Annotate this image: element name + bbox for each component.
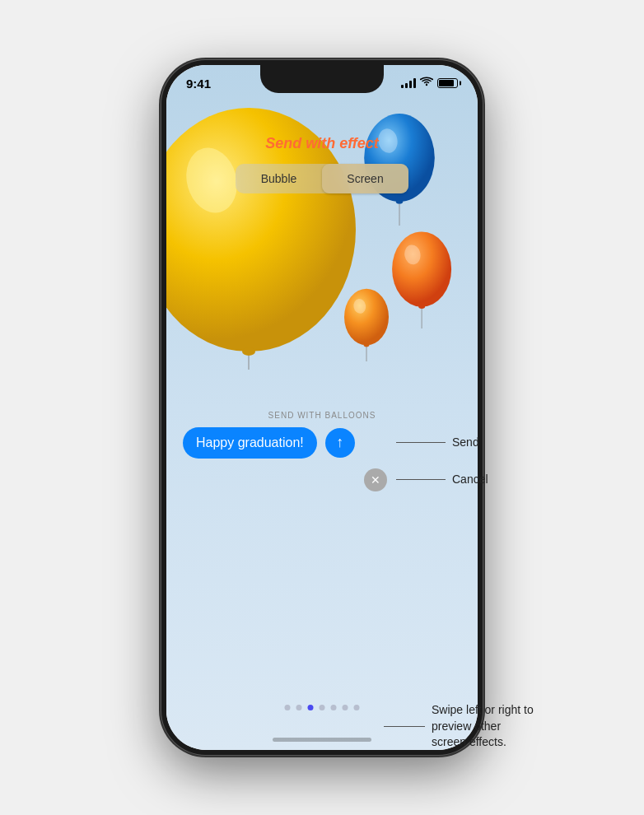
cancel-button[interactable]: ✕ (364, 468, 387, 491)
page-dot-5 (331, 705, 337, 710)
iphone-inner: 9:41 (166, 65, 478, 750)
page-dot-6 (343, 705, 348, 710)
callout-cancel-text: Cancel (452, 472, 488, 488)
page-wrapper: 9:41 (0, 0, 644, 815)
tab-screen[interactable]: Screen (322, 164, 408, 193)
callout-send-text: Send (452, 435, 479, 451)
send-effect-title: Send with effect (265, 135, 379, 152)
callout-swipe-line (384, 726, 425, 727)
home-indicator (273, 738, 371, 742)
callout-cancel: Cancel (396, 472, 488, 488)
svg-point-3 (242, 347, 255, 356)
svg-point-9 (392, 231, 451, 306)
message-bubble: Happy graduation! (183, 427, 317, 459)
battery-icon (437, 78, 458, 88)
page-dot-4 (320, 705, 325, 710)
page-dot-1 (285, 705, 291, 710)
page-dots (285, 705, 360, 710)
svg-point-0 (426, 84, 427, 86)
segment-control[interactable]: Bubble Screen (236, 164, 408, 193)
page-dot-7 (354, 705, 360, 710)
balloon-orange-small (338, 287, 395, 361)
tab-bubble[interactable]: Bubble (236, 164, 322, 193)
wifi-icon (420, 77, 433, 89)
signal-icon (401, 78, 416, 88)
callout-swipe: Swipe left or right to preview other scr… (384, 702, 536, 751)
callout-send: Send (396, 435, 479, 451)
page-dot-3 (308, 705, 314, 710)
svg-point-13 (344, 289, 389, 346)
callout-cancel-line (396, 479, 446, 480)
callout-swipe-text: Swipe left or right to preview other scr… (432, 702, 536, 751)
effect-name-label: SEND WITH BALLOONS (268, 411, 376, 420)
send-button[interactable]: ↑ (325, 428, 355, 458)
page-dot-2 (296, 705, 302, 710)
status-icons (401, 77, 458, 89)
screen-content: 9:41 (166, 65, 478, 750)
svg-point-7 (396, 200, 403, 204)
svg-point-15 (364, 343, 370, 347)
send-arrow-icon: ↑ (336, 435, 343, 449)
cancel-x-icon: ✕ (371, 474, 380, 486)
notch (260, 65, 384, 93)
svg-point-11 (418, 305, 425, 309)
status-time: 9:41 (186, 77, 211, 91)
callout-send-line (396, 442, 446, 443)
iphone-frame: 9:41 (161, 60, 483, 755)
